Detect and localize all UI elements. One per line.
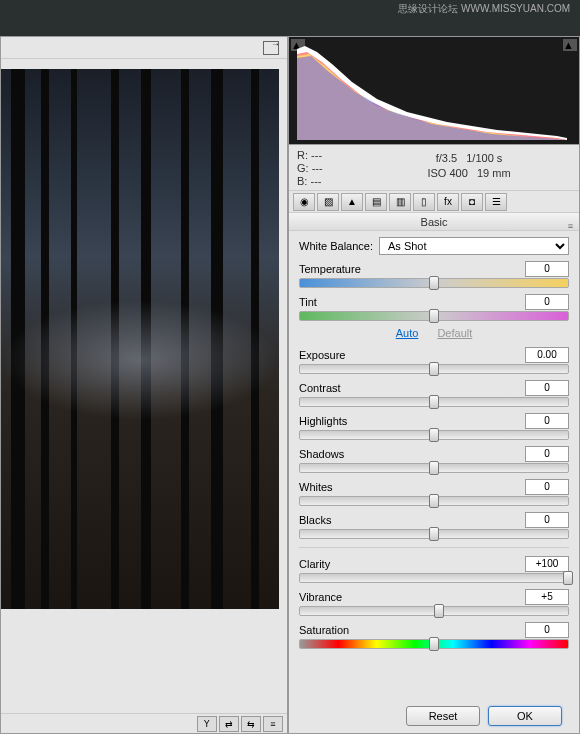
blacks-value[interactable]: 0 bbox=[525, 512, 569, 528]
temperature-slider[interactable] bbox=[299, 278, 569, 288]
white-balance-row: White Balance: As Shot bbox=[299, 237, 569, 255]
blacks-group: Blacks0 bbox=[299, 512, 569, 539]
g-label: G: bbox=[297, 162, 309, 174]
g-value: --- bbox=[312, 162, 323, 174]
b-value: --- bbox=[310, 175, 321, 187]
vibrance-value[interactable]: +5 bbox=[525, 589, 569, 605]
tint-label: Tint bbox=[299, 296, 317, 308]
exposure-slider[interactable] bbox=[299, 364, 569, 374]
tint-value[interactable]: 0 bbox=[525, 294, 569, 310]
tint-slider[interactable] bbox=[299, 311, 569, 321]
clarity-label: Clarity bbox=[299, 558, 330, 570]
highlights-value[interactable]: 0 bbox=[525, 413, 569, 429]
highlights-group: Highlights0 bbox=[299, 413, 569, 440]
shadows-thumb[interactable] bbox=[429, 461, 439, 475]
exposure-label: Exposure bbox=[299, 349, 345, 361]
presets-icon[interactable]: ☰ bbox=[485, 193, 507, 211]
lens-icon[interactable]: ▯ bbox=[413, 193, 435, 211]
shadows-slider[interactable] bbox=[299, 463, 569, 473]
main-container: 𝖸 ⇄ ⇆ ≡ ▲ ▲ R: --- G: --- B: --- f/3.5 bbox=[0, 36, 580, 734]
saturation-thumb[interactable] bbox=[429, 637, 439, 651]
preview-header bbox=[1, 37, 287, 59]
iso-value: ISO 400 bbox=[427, 167, 467, 179]
vibrance-thumb[interactable] bbox=[434, 604, 444, 618]
reset-button[interactable]: Reset bbox=[406, 706, 480, 726]
settings-icon[interactable]: ≡ bbox=[263, 716, 283, 732]
rgb-readout: R: --- G: --- B: --- bbox=[289, 145, 359, 190]
highlights-thumb[interactable] bbox=[429, 428, 439, 442]
r-label: R: bbox=[297, 149, 308, 161]
hsl-icon[interactable]: ▤ bbox=[365, 193, 387, 211]
curve-icon[interactable]: ▨ bbox=[317, 193, 339, 211]
whites-slider[interactable] bbox=[299, 496, 569, 506]
wb-select[interactable]: As Shot bbox=[379, 237, 569, 255]
histogram bbox=[297, 44, 567, 140]
saturation-value[interactable]: 0 bbox=[525, 622, 569, 638]
preview-toolbar: 𝖸 ⇄ ⇆ ≡ bbox=[1, 713, 287, 733]
shutter-value: 1/100 s bbox=[466, 152, 502, 164]
image-preview[interactable] bbox=[1, 69, 279, 609]
saturation-group: Saturation0 bbox=[299, 622, 569, 649]
watermark-text: 思缘设计论坛 WWW.MISSYUAN.COM bbox=[398, 2, 570, 16]
blacks-slider[interactable] bbox=[299, 529, 569, 539]
contrast-group: Contrast0 bbox=[299, 380, 569, 407]
clarity-slider[interactable] bbox=[299, 573, 569, 583]
contrast-value[interactable]: 0 bbox=[525, 380, 569, 396]
temperature-group: Temperature0 bbox=[299, 261, 569, 288]
adjustments-panel: ▲ ▲ R: --- G: --- B: --- f/3.5 1/100 s I… bbox=[288, 36, 580, 734]
aperture-value: f/3.5 bbox=[436, 152, 457, 164]
ok-button[interactable]: OK bbox=[488, 706, 562, 726]
basic-controls: White Balance: As Shot Temperature0 Tint… bbox=[289, 231, 579, 661]
exposure-thumb[interactable] bbox=[429, 362, 439, 376]
exif-readout: f/3.5 1/100 s ISO 400 19 mm bbox=[359, 145, 579, 190]
highlights-slider[interactable] bbox=[299, 430, 569, 440]
tint-group: Tint0 bbox=[299, 294, 569, 321]
export-icon[interactable] bbox=[263, 41, 279, 55]
clarity-value[interactable]: +100 bbox=[525, 556, 569, 572]
exposure-group: Exposure0.00 bbox=[299, 347, 569, 374]
wb-label: White Balance: bbox=[299, 240, 379, 252]
vibrance-group: Vibrance+5 bbox=[299, 589, 569, 616]
focal-value: 19 mm bbox=[477, 167, 511, 179]
divider bbox=[299, 547, 569, 548]
whites-value[interactable]: 0 bbox=[525, 479, 569, 495]
tint-thumb[interactable] bbox=[429, 309, 439, 323]
preview-panel: 𝖸 ⇄ ⇆ ≡ bbox=[0, 36, 288, 734]
contrast-label: Contrast bbox=[299, 382, 341, 394]
whites-group: Whites0 bbox=[299, 479, 569, 506]
basic-panel-title: Basic ≡ bbox=[289, 213, 579, 231]
highlights-label: Highlights bbox=[299, 415, 347, 427]
auto-link[interactable]: Auto bbox=[396, 327, 419, 339]
shadows-label: Shadows bbox=[299, 448, 344, 460]
vibrance-slider[interactable] bbox=[299, 606, 569, 616]
temperature-thumb[interactable] bbox=[429, 276, 439, 290]
edit-toolstrip: ◉ ▨ ▲ ▤ ▥ ▯ fx ◘ ☰ bbox=[289, 191, 579, 213]
detail-icon[interactable]: ▲ bbox=[341, 193, 363, 211]
split-icon[interactable]: ▥ bbox=[389, 193, 411, 211]
saturation-slider[interactable] bbox=[299, 639, 569, 649]
fx-icon[interactable]: fx bbox=[437, 193, 459, 211]
compare-icon[interactable]: ⇄ bbox=[219, 716, 239, 732]
temperature-label: Temperature bbox=[299, 263, 361, 275]
whites-label: Whites bbox=[299, 481, 333, 493]
swap-icon[interactable]: ⇆ bbox=[241, 716, 261, 732]
contrast-thumb[interactable] bbox=[429, 395, 439, 409]
blacks-label: Blacks bbox=[299, 514, 331, 526]
target-adjust-icon[interactable]: ◉ bbox=[293, 193, 315, 211]
clarity-thumb[interactable] bbox=[563, 571, 573, 585]
default-link[interactable]: Default bbox=[437, 327, 472, 339]
dialog-footer: Reset OK bbox=[406, 706, 562, 726]
shadows-value[interactable]: 0 bbox=[525, 446, 569, 462]
b-label: B: bbox=[297, 175, 307, 187]
whites-thumb[interactable] bbox=[429, 494, 439, 508]
temperature-value[interactable]: 0 bbox=[525, 261, 569, 277]
panel-menu-icon[interactable]: ≡ bbox=[568, 217, 573, 235]
info-bar: R: --- G: --- B: --- f/3.5 1/100 s ISO 4… bbox=[289, 145, 579, 191]
camera-icon[interactable]: ◘ bbox=[461, 193, 483, 211]
exposure-value[interactable]: 0.00 bbox=[525, 347, 569, 363]
contrast-slider[interactable] bbox=[299, 397, 569, 407]
auto-default-links: Auto Default bbox=[299, 327, 569, 339]
filter-icon[interactable]: 𝖸 bbox=[197, 716, 217, 732]
clarity-group: Clarity+100 bbox=[299, 556, 569, 583]
blacks-thumb[interactable] bbox=[429, 527, 439, 541]
